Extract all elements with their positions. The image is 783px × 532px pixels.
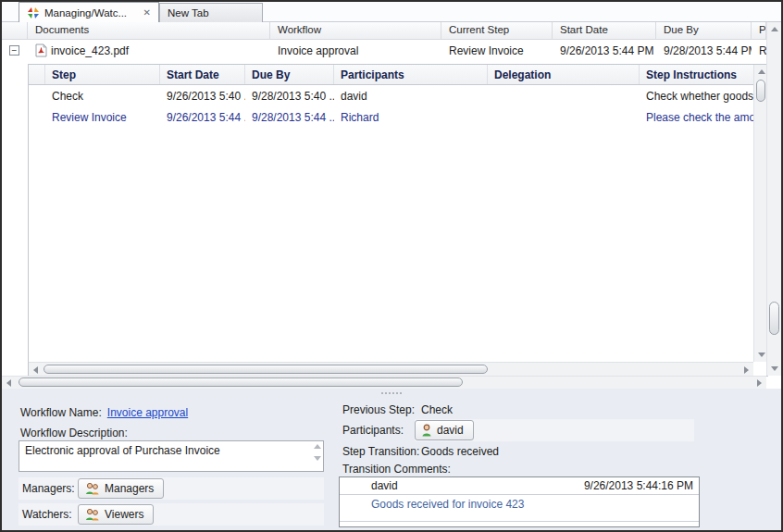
step-participants: david: [334, 90, 488, 103]
step-due-by: 9/28/2013 5:44 ...: [245, 111, 334, 124]
previous-step-label: Previous Step:: [342, 403, 421, 416]
steps-header-gutter: [29, 65, 45, 84]
documents-grid-header: Documents Workflow Current Step Start Da…: [2, 22, 766, 40]
grid-horizontal-scrollbar[interactable]: [2, 376, 766, 389]
comment-author: david: [371, 479, 398, 492]
documents-grid: Documents Workflow Current Step Start Da…: [2, 22, 781, 389]
scroll-up-icon[interactable]: [768, 23, 780, 35]
workflow-description-text: Electronic approval of Purchase Invoice: [25, 444, 220, 457]
cell-participants: R: [759, 44, 766, 57]
steps-header-start-date[interactable]: Start Date: [160, 65, 245, 84]
header-current-step[interactable]: Current Step: [441, 22, 553, 39]
step-name: Review Invoice: [45, 111, 160, 124]
scroll-left-icon[interactable]: [3, 377, 15, 389]
step-instructions: Check whether goods re: [640, 90, 753, 103]
scroll-down-icon[interactable]: [768, 363, 780, 375]
comments-divider: [340, 521, 699, 522]
comment-text: Goods received for invoice 423: [340, 495, 699, 511]
comment-item[interactable]: david 9/26/2013 5:44:16 PM Goods receive…: [340, 477, 699, 511]
scroll-left-icon[interactable]: [30, 364, 42, 376]
tab-bar: Managing/Watc... ✕ New Tab: [2, 2, 781, 22]
step-instructions: Please check the amount: [640, 111, 753, 124]
managers-button[interactable]: Managers: [78, 478, 164, 499]
steps-grid: Step Start Date Due By Participants Dele…: [28, 64, 768, 377]
scroll-right-icon[interactable]: [740, 364, 752, 376]
managers-label: Managers:: [22, 482, 75, 495]
step-start-date: 9/26/2013 5:40 ...: [160, 90, 245, 103]
steps-header-instructions[interactable]: Step Instructions: [640, 65, 753, 84]
scrollbar-thumb[interactable]: [19, 377, 463, 387]
transition-comments-label: Transition Comments:: [342, 463, 451, 476]
participants-label: Participants:: [342, 424, 415, 437]
scroll-down-icon[interactable]: [314, 456, 321, 461]
step-row[interactable]: Review Invoice 9/26/2013 5:44 ... 9/28/2…: [29, 106, 753, 128]
people-icon: [84, 508, 100, 521]
tab-label: New Tab: [168, 7, 209, 19]
cell-workflow: Invoice approval: [278, 44, 358, 57]
details-panel: Workflow Name: Invoice approval Workflow…: [2, 397, 781, 530]
panel-splitter[interactable]: [2, 389, 781, 397]
steps-header-participants[interactable]: Participants: [334, 65, 488, 84]
tab-new-tab[interactable]: New Tab: [159, 3, 263, 22]
viewers-button-label: Viewers: [105, 508, 143, 521]
header-documents[interactable]: Documents: [28, 22, 270, 39]
header-start-date[interactable]: Start Date: [553, 22, 656, 39]
person-icon: [421, 424, 432, 437]
grid-vertical-scrollbar[interactable]: [766, 22, 781, 376]
steps-header-due-by[interactable]: Due By: [245, 65, 334, 84]
app-window: Managing/Watc... ✕ New Tab Documents Wor…: [0, 0, 783, 532]
document-row[interactable]: − invoice_423.pdf Invoice approval Revie…: [2, 40, 766, 61]
step-transition-value: Goods received: [421, 445, 499, 458]
viewers-button[interactable]: Viewers: [78, 504, 154, 525]
scrollbar-thumb[interactable]: [44, 365, 488, 374]
scroll-right-icon[interactable]: [753, 377, 765, 389]
step-name: Check: [45, 90, 160, 103]
cell-current-step: Review Invoice: [449, 44, 524, 57]
transition-comments-list: david 9/26/2013 5:44:16 PM Goods receive…: [339, 476, 700, 527]
collapse-icon[interactable]: −: [9, 45, 19, 56]
step-row[interactable]: Check 9/26/2013 5:40 ... 9/28/2013 5:40 …: [29, 85, 753, 106]
pdf-file-icon: [35, 43, 47, 57]
step-due-by: 9/28/2013 5:40 ...: [245, 90, 334, 103]
header-workflow[interactable]: Workflow: [270, 22, 441, 39]
tab-label: Managing/Watc...: [44, 7, 127, 19]
cell-start-date: 9/26/2013 5:44 PM: [560, 44, 653, 57]
header-participants[interactable]: P: [752, 22, 766, 39]
step-start-date: 9/26/2013 5:44 ...: [160, 111, 245, 124]
workflow-name-link[interactable]: Invoice approval: [107, 406, 188, 419]
step-transition-label: Step Transition:: [342, 445, 421, 458]
participant-button-label: david: [437, 424, 464, 437]
participant-david-button[interactable]: david: [415, 420, 474, 440]
header-gutter: [2, 22, 28, 39]
workflow-description-field[interactable]: Electronic approval of Purchase Invoice: [19, 440, 324, 472]
scrollbar-thumb[interactable]: [769, 302, 779, 335]
watchers-label: Watchers:: [22, 508, 72, 521]
close-icon[interactable]: ✕: [143, 8, 151, 18]
managers-button-label: Managers: [105, 482, 154, 495]
tab-managing-watching[interactable]: Managing/Watc... ✕: [19, 2, 159, 22]
steps-vertical-scrollbar[interactable]: [753, 65, 767, 362]
people-icon: [84, 482, 100, 495]
previous-step-value: Check: [421, 403, 453, 416]
workflow-arrows-icon: [27, 6, 40, 19]
workflow-name-label: Workflow Name:: [20, 406, 102, 419]
scrollbar-thumb[interactable]: [756, 80, 765, 102]
step-participants: Richard: [334, 111, 488, 124]
scroll-up-icon[interactable]: [314, 444, 321, 449]
steps-grid-header: Step Start Date Due By Participants Dele…: [29, 65, 753, 85]
document-name: invoice_423.pdf: [51, 44, 129, 57]
cell-due-by: 9/28/2013 5:44 PM: [664, 44, 752, 57]
steps-header-step[interactable]: Step: [45, 65, 160, 84]
comment-timestamp: 9/26/2013 5:44:16 PM: [584, 479, 693, 492]
workflow-description-label: Workflow Description:: [20, 427, 128, 439]
steps-header-delegation[interactable]: Delegation: [488, 65, 640, 84]
header-due-by[interactable]: Due By: [656, 22, 752, 39]
steps-horizontal-scrollbar[interactable]: [29, 362, 753, 376]
